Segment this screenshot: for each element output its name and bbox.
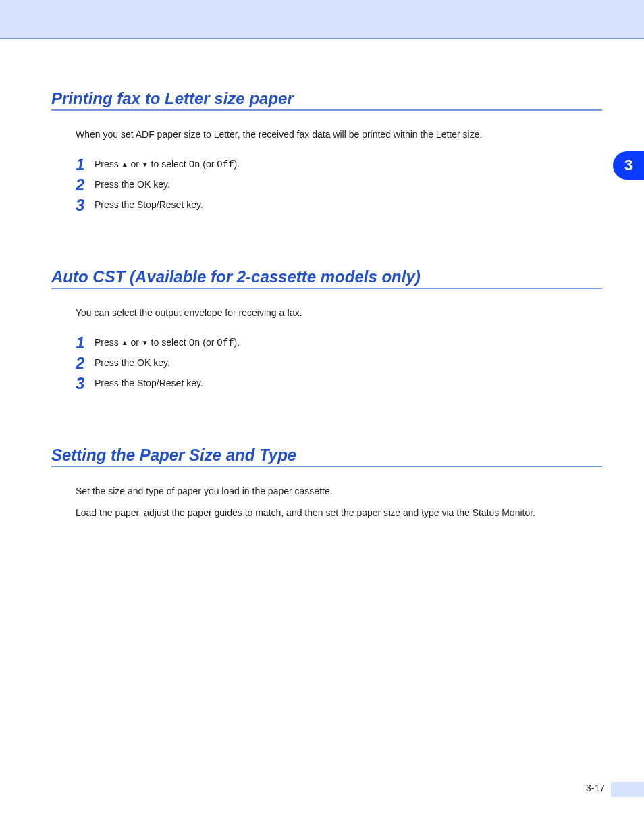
text-press: Press xyxy=(95,337,122,348)
text-select: to select xyxy=(149,337,189,348)
section-intro: When you set ADF paper size to Letter, t… xyxy=(76,127,597,142)
step-2: 2 Press the OK key. xyxy=(76,355,602,371)
option-on: On xyxy=(189,159,200,170)
up-arrow-icon: ▲ xyxy=(122,161,128,168)
text-paren: ). xyxy=(234,159,240,170)
chapter-tab-badge: 3 xyxy=(613,151,644,180)
section-rule xyxy=(51,109,602,111)
section-paper-size-type: Setting the Paper Size and Type Set the … xyxy=(51,446,602,520)
section-auto-cst: Auto CST (Available for 2-cassette model… xyxy=(51,267,602,392)
text-or: or xyxy=(128,159,142,170)
step-text: Press the Stop/Reset key. xyxy=(95,375,203,392)
section-intro: Set the size and type of paper you load … xyxy=(76,484,597,498)
step-number: 2 xyxy=(76,355,95,371)
step-number: 3 xyxy=(76,375,95,392)
text-or: or xyxy=(128,337,142,348)
option-off: Off xyxy=(217,338,234,348)
text-select: to select xyxy=(149,159,189,170)
step-number: 3 xyxy=(76,197,95,213)
chapter-number: 3 xyxy=(624,157,633,174)
section-intro: You can select the output envelope for r… xyxy=(76,305,597,320)
page-header-bar xyxy=(0,0,644,39)
page-number: 3-17 xyxy=(586,783,605,793)
step-number: 2 xyxy=(76,177,95,193)
text-slash: (or xyxy=(200,337,217,348)
page-content: Printing fax to Letter size paper When y… xyxy=(51,89,602,520)
step-number: 1 xyxy=(76,157,95,173)
step-1: 1 Press ▲ or ▼ to select On (or Off). xyxy=(76,335,602,351)
step-number: 1 xyxy=(76,335,95,351)
down-arrow-icon: ▼ xyxy=(142,161,149,168)
section-title: Printing fax to Letter size paper xyxy=(51,89,602,108)
step-2: 2 Press the OK key. xyxy=(76,177,602,193)
down-arrow-icon: ▼ xyxy=(142,339,149,346)
step-3: 3 Press the Stop/Reset key. xyxy=(76,197,602,213)
text-paren: ). xyxy=(234,337,240,348)
step-3: 3 Press the Stop/Reset key. xyxy=(76,375,602,392)
section-title: Setting the Paper Size and Type xyxy=(51,446,602,465)
section-body: Load the paper, adjust the paper guides … xyxy=(76,505,597,520)
section-title: Auto CST (Available for 2-cassette model… xyxy=(51,267,602,286)
step-1: 1 Press ▲ or ▼ to select On (or Off). xyxy=(76,157,602,173)
section-printing-fax-letter: Printing fax to Letter size paper When y… xyxy=(51,89,602,213)
step-text: Press ▲ or ▼ to select On (or Off). xyxy=(95,157,240,173)
step-text: Press ▲ or ▼ to select On (or Off). xyxy=(95,335,240,351)
section-rule xyxy=(51,466,602,467)
up-arrow-icon: ▲ xyxy=(122,339,128,346)
footer-strip xyxy=(611,782,644,797)
section-rule xyxy=(51,288,602,289)
step-text: Press the OK key. xyxy=(95,177,170,193)
step-text: Press the Stop/Reset key. xyxy=(95,197,203,213)
step-text: Press the OK key. xyxy=(95,355,170,371)
option-off: Off xyxy=(217,159,234,170)
option-on: On xyxy=(189,338,200,348)
text-slash: (or xyxy=(200,159,217,170)
text-press: Press xyxy=(95,159,122,170)
